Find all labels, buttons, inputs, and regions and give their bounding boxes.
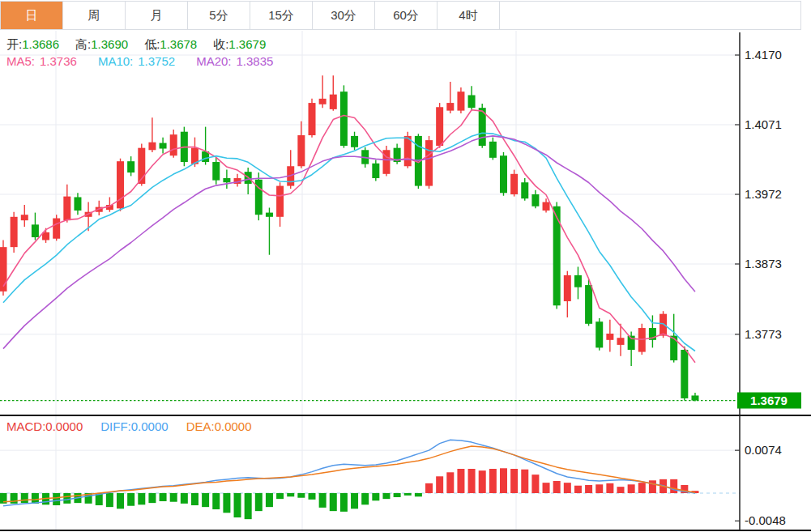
diff-label: DIFF: — [100, 419, 131, 433]
dea-value: 0.0000 — [215, 419, 252, 433]
low-value: 1.3678 — [160, 37, 197, 51]
macd-row: MACD:0.0000DIFF:0.0000DEA:0.0000 — [6, 419, 252, 433]
tab-30min[interactable]: 30分 — [313, 2, 375, 29]
dea-label: DEA: — [186, 419, 215, 433]
kline-chart: 1.41701.40711.39721.38731.37730.0074-0.0… — [0, 0, 811, 532]
macd-tick-label: 0.0074 — [745, 443, 782, 457]
macd-panel — [0, 440, 698, 519]
high-label: 高: — [75, 37, 91, 51]
ma-row: MA5:1.3736MA10:1.3752MA20:1.3835 — [6, 54, 273, 68]
tab-5min[interactable]: 5分 — [188, 2, 250, 29]
tab-week[interactable]: 周 — [63, 2, 126, 29]
price-tick-label: 1.3972 — [745, 187, 782, 201]
current-price-badge: 1.3679 — [737, 393, 801, 409]
svg-text:1.3679: 1.3679 — [750, 394, 788, 407]
open-value: 1.3686 — [22, 37, 59, 51]
tab-15min[interactable]: 15分 — [250, 2, 313, 29]
close-value: 1.3679 — [228, 37, 266, 51]
tab-day[interactable]: 日 — [1, 2, 63, 29]
close-label: 收: — [213, 37, 228, 51]
tab-60min[interactable]: 60分 — [375, 2, 438, 29]
low-label: 低: — [144, 37, 160, 51]
ma20-value: 1.3835 — [237, 54, 274, 68]
price-tick-label: 1.4071 — [745, 117, 782, 131]
open-label: 开: — [6, 37, 22, 51]
diff-value: 0.0000 — [131, 419, 169, 433]
ma20-label: MA20: — [196, 54, 231, 68]
grid-lines — [0, 31, 740, 530]
axes: 1.41701.40711.39721.38731.37730.0074-0.0… — [0, 32, 811, 530]
price-tick-label: 1.3873 — [745, 257, 782, 270]
ma10-value: 1.3752 — [138, 54, 175, 68]
price-tick-label: 1.3773 — [745, 327, 782, 341]
timeframe-tabs: 日周月5分15分30分60分4时 — [0, 1, 801, 30]
macd-label: MACD: — [6, 419, 45, 433]
ma-lines — [3, 110, 695, 363]
ohlc-row: 开:1.3686高:1.3690低:1.3678收:1.3679 — [6, 37, 282, 53]
tab-month[interactable]: 月 — [126, 2, 188, 29]
tab-4hour[interactable]: 4时 — [438, 2, 500, 29]
ma10-label: MA10: — [98, 54, 133, 68]
price-tick-label: 1.4170 — [745, 48, 782, 62]
macd-value: 0.0000 — [45, 419, 83, 433]
ma5-label: MA5: — [6, 54, 35, 68]
macd-tick-label: -0.0048 — [745, 513, 786, 527]
high-value: 1.3690 — [91, 37, 128, 51]
ma5-value: 1.3736 — [40, 54, 77, 68]
